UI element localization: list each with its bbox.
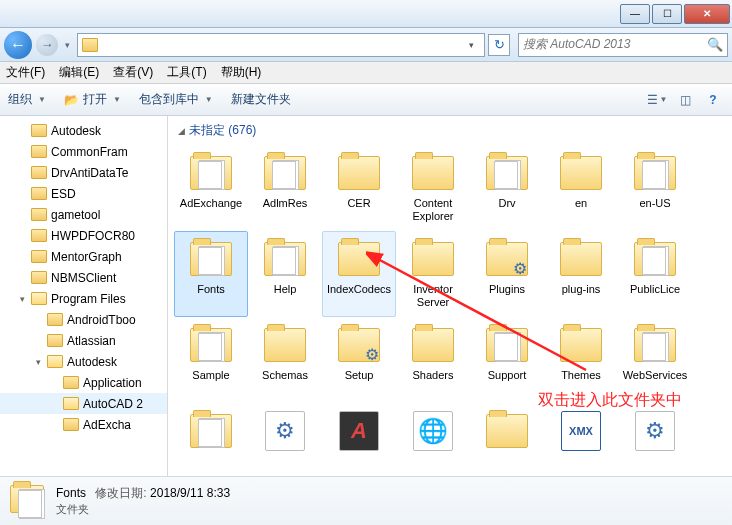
grid-item[interactable]: AdExchange [174,145,248,231]
grid-item[interactable]: Support [470,317,544,403]
folder-tree[interactable]: AutodeskCommonFramDrvAntiDataTeESDgameto… [0,116,168,476]
menu-view[interactable]: 查看(V) [113,64,153,81]
view-options-button[interactable]: ☰▼ [646,90,668,110]
tree-item-label: CommonFram [51,145,128,159]
tree-item-label: Application [83,376,142,390]
content-pane: ◢ 未指定 (676) AdExchangeAdlmResCERContent … [168,116,732,476]
tree-item-label: AndroidTboo [67,313,136,327]
back-button[interactable]: ← [4,31,32,59]
breadcrumb-dropdown-icon[interactable]: ▾ [463,40,480,50]
grid-item[interactable]: en [544,145,618,231]
folder-icon [31,145,47,158]
menu-help[interactable]: 帮助(H) [221,64,262,81]
grid-item[interactable] [470,403,544,476]
minimize-button[interactable]: — [620,4,650,24]
tree-item[interactable]: Application [0,372,167,393]
grid-item[interactable]: WebServices [618,317,692,403]
menu-file[interactable]: 文件(F) [6,64,45,81]
tree-item[interactable]: MentorGraph [0,246,167,267]
folder-icon [47,355,63,368]
tree-item[interactable]: AutoCAD 2 [0,393,167,414]
grid-item[interactable]: Shaders [396,317,470,403]
folder-icon [82,38,98,52]
item-label: Content Explorer [398,197,468,223]
group-header[interactable]: ◢ 未指定 (676) [168,116,732,143]
tree-item[interactable]: gametool [0,204,167,225]
grid-item[interactable] [396,403,470,476]
grid-item[interactable]: AdlmRes [248,145,322,231]
folder-icon [31,292,47,305]
grid-item[interactable] [544,403,618,476]
grid-item[interactable]: ⚙Setup [322,317,396,403]
search-icon: 🔍 [707,37,723,52]
tree-item[interactable]: HWPDFOCR80 [0,225,167,246]
grid-item[interactable]: Schemas [248,317,322,403]
tree-item-label: gametool [51,208,100,222]
item-icon [483,410,531,452]
grid-item[interactable]: PublicLice [618,231,692,317]
menu-edit[interactable]: 编辑(E) [59,64,99,81]
tree-item-label: Autodesk [51,124,101,138]
search-input[interactable]: 搜索 AutoCAD 2013 🔍 [518,33,728,57]
item-label: en-US [639,197,670,210]
tree-item[interactable]: ▾Program Files [0,288,167,309]
open-label: 打开 [83,91,107,108]
tree-item[interactable]: Autodesk [0,120,167,141]
item-icon [261,410,309,452]
close-button[interactable]: ✕ [684,4,730,24]
grid-item[interactable]: plug-ins [544,231,618,317]
grid-item[interactable] [322,403,396,476]
grid-item[interactable]: IndexCodecs [322,231,396,317]
grid-item[interactable] [174,403,248,476]
item-label: IndexCodecs [327,283,391,296]
grid-item[interactable]: Content Explorer [396,145,470,231]
item-icon [261,324,309,366]
grid-item[interactable]: CER [322,145,396,231]
command-bar: 组织 ▼ 📂 打开 ▼ 包含到库中 ▼ 新建文件夹 ☰▼ ◫ ? [0,84,732,116]
item-icon [557,324,605,366]
grid-item[interactable]: Inventor Server [396,231,470,317]
grid-item[interactable] [248,403,322,476]
folder-icon [47,334,63,347]
grid-item[interactable]: Sample [174,317,248,403]
tree-item[interactable]: Atlassian [0,330,167,351]
tree-item[interactable]: NBMSClient [0,267,167,288]
grid-item[interactable]: ⚙Plugins [470,231,544,317]
tree-item[interactable]: AndroidTboo [0,309,167,330]
grid-item[interactable]: Drv [470,145,544,231]
item-icon [187,410,235,452]
open-button[interactable]: 📂 打开 ▼ [64,91,121,108]
refresh-button[interactable]: ↻ [488,34,510,56]
menu-tools[interactable]: 工具(T) [167,64,206,81]
item-icon [631,238,679,280]
tree-item[interactable]: ▾Autodesk [0,351,167,372]
tree-item-label: AdExcha [83,418,131,432]
grid-item[interactable]: Fonts [174,231,248,317]
tree-item-label: DrvAntiDataTe [51,166,128,180]
maximize-button[interactable]: ☐ [652,4,682,24]
tree-item[interactable]: ESD [0,183,167,204]
grid-item[interactable]: Themes [544,317,618,403]
details-icon [10,485,46,517]
item-icon [557,410,605,452]
grid-item[interactable]: Help [248,231,322,317]
tree-item[interactable]: DrvAntiDataTe [0,162,167,183]
folder-icon [31,250,47,263]
grid-item[interactable] [618,403,692,476]
forward-button[interactable]: → [36,34,58,56]
tree-item-label: NBMSClient [51,271,116,285]
tree-item[interactable]: CommonFram [0,141,167,162]
organize-button[interactable]: 组织 ▼ [8,91,46,108]
folder-icon [31,271,47,284]
grid-item[interactable]: en-US [618,145,692,231]
tree-item[interactable]: AdExcha [0,414,167,435]
nav-history-dropdown[interactable]: ▾ [62,40,73,50]
help-button[interactable]: ? [702,90,724,110]
include-in-library-button[interactable]: 包含到库中 ▼ [139,91,213,108]
preview-pane-button[interactable]: ◫ [674,90,696,110]
breadcrumb[interactable]: ▾ [77,33,485,57]
new-folder-button[interactable]: 新建文件夹 [231,91,291,108]
folder-icon [63,376,79,389]
twisty-icon: ▾ [34,357,43,367]
item-icon [557,152,605,194]
